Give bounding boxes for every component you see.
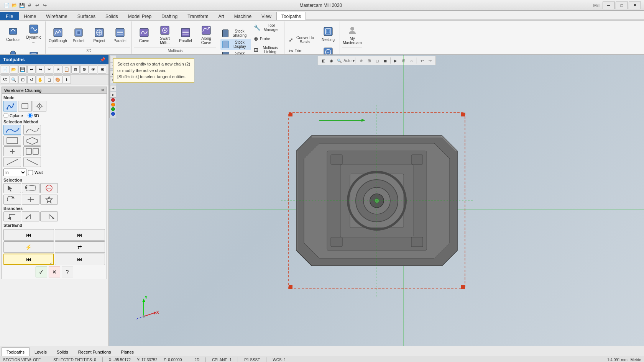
vt-btn-shade[interactable]: ◼ xyxy=(381,57,389,64)
help-button[interactable]: ? xyxy=(62,267,73,277)
sel-poly-button[interactable] xyxy=(23,136,41,146)
tp-undo-button[interactable]: ↩ xyxy=(27,65,36,74)
sel-add-button[interactable] xyxy=(3,146,21,156)
tp-btn-rotate[interactable]: ↺ xyxy=(27,75,36,84)
vt-btn-snap[interactable]: ⊕ xyxy=(357,57,365,64)
tp-open-button[interactable]: 📂 xyxy=(10,65,18,74)
tab-transform[interactable]: Transform xyxy=(182,12,213,20)
tab-modelprep[interactable]: Model Prep xyxy=(123,12,156,20)
stockshading-button[interactable]: Stock Shading xyxy=(220,28,251,39)
wait-label[interactable]: Wait xyxy=(34,170,43,175)
alongcurve-button[interactable]: Along Curve xyxy=(196,23,216,46)
tp-btn-fit[interactable]: ⊡ xyxy=(18,75,27,84)
open-button[interactable]: 📂 xyxy=(11,2,18,9)
parallel-button[interactable]: Parallel xyxy=(110,23,130,46)
new-button[interactable]: 📄 xyxy=(3,2,10,9)
tab-wireframe[interactable]: Wireframe xyxy=(41,12,72,20)
vt-btn-1[interactable]: ◧ xyxy=(319,57,327,64)
tp-save-button[interactable]: 💾 xyxy=(18,65,27,74)
curve-button[interactable]: Curve xyxy=(134,23,154,46)
se-prev-button[interactable]: ⏮ ↙ xyxy=(3,254,54,265)
ok-button[interactable]: ✓ xyxy=(36,267,47,277)
trim-button[interactable]: ✂ Trim xyxy=(287,46,317,56)
parallel2-button[interactable]: Parallel xyxy=(176,23,196,46)
redo-button[interactable]: ↪ xyxy=(41,2,48,9)
wait-checkbox[interactable] xyxy=(28,170,33,175)
minimize-button[interactable]: ─ xyxy=(603,2,615,9)
tp-redo-button[interactable]: ↪ xyxy=(36,65,44,74)
sel-rect-button[interactable] xyxy=(3,136,21,146)
vt-btn-2[interactable]: ◉ xyxy=(327,57,335,64)
btab-toolpaths[interactable]: Toolpaths xyxy=(2,347,30,356)
tp-new-button[interactable]: 📄 xyxy=(1,65,9,74)
tp-delete-button[interactable]: 🗑 xyxy=(71,65,80,74)
sel-split-button[interactable] xyxy=(23,146,41,156)
tab-machine[interactable]: Machine xyxy=(229,12,256,20)
tp-btn-info[interactable]: ℹ xyxy=(62,75,71,84)
tab-solids[interactable]: Solids xyxy=(100,12,123,20)
close-button[interactable]: ✕ xyxy=(629,2,641,9)
se-next-button[interactable]: ⏭ xyxy=(55,254,105,265)
branch-right-button[interactable] xyxy=(40,211,58,221)
3d-radio[interactable]: 3D xyxy=(28,113,39,118)
btab-levels[interactable]: Levels xyxy=(30,347,52,356)
sel-cursor-button[interactable] xyxy=(3,183,21,193)
in-dropdown[interactable]: In Out Both xyxy=(3,169,26,176)
drill-button[interactable]: Drill xyxy=(3,45,23,55)
se-lightning-button[interactable]: ⚡ xyxy=(3,241,54,253)
face-button[interactable]: Face xyxy=(24,45,44,55)
branch-left-button[interactable] xyxy=(22,211,39,221)
rs-btn-5[interactable]: ◀ xyxy=(110,85,116,91)
btab-solids[interactable]: Solids xyxy=(52,347,73,356)
toolpaths-collapse-button[interactable]: ─ xyxy=(95,57,98,62)
undo-button[interactable]: ↩ xyxy=(34,2,41,9)
maximize-button[interactable]: □ xyxy=(616,2,628,9)
viewport[interactable]: ◧ ◉ 🔍 Auto ▾ ⊕ ⊞ ◻ ◼ ▶ ⊞ ⌂ ↩ ↪ Select an… xyxy=(109,55,644,346)
sel-partial-button[interactable] xyxy=(23,125,41,135)
sel-window-button[interactable] xyxy=(22,183,39,193)
tab-art[interactable]: Art xyxy=(213,12,229,20)
vt-btn-undo[interactable]: ↩ xyxy=(418,57,426,64)
print-button[interactable]: 🖨 xyxy=(26,2,33,9)
tab-toolpaths[interactable]: Toolpaths xyxy=(276,12,306,20)
mymastercam-button[interactable]: My Mastercam xyxy=(342,23,362,46)
single-mode-button[interactable] xyxy=(18,101,32,111)
btab-recent[interactable]: Recent Functions xyxy=(73,347,116,356)
multiaxislinking-button[interactable]: ⊞ Multiaxis Linking xyxy=(252,44,283,55)
tp-cut-button[interactable]: ✂ xyxy=(45,65,53,74)
tp-copy-button[interactable]: ⎘ xyxy=(54,65,62,74)
se-first-button[interactable]: ⏮ xyxy=(3,229,54,241)
se-swap-button[interactable]: ⇄ xyxy=(55,241,105,253)
stockdisplay-button[interactable]: Stock Display xyxy=(220,39,251,50)
settings-mode-button[interactable] xyxy=(33,101,46,111)
sel-rotate-button[interactable] xyxy=(3,195,21,205)
se-last-button[interactable]: ⏭ xyxy=(55,229,105,241)
swartmilli-button[interactable]: Swart Milli... xyxy=(155,23,175,46)
sel-chain-button[interactable] xyxy=(3,125,21,135)
branch-back-button[interactable] xyxy=(3,211,21,221)
tp-btn-zoom[interactable]: 🔍 xyxy=(10,75,18,84)
sel-star-button[interactable] xyxy=(40,195,58,205)
sel-cancel-button[interactable] xyxy=(40,183,58,193)
vt-btn-zoom[interactable]: 🔍 xyxy=(335,57,343,64)
dynamic-button[interactable]: Dynamic ... xyxy=(24,22,44,45)
pocket-button[interactable]: Pocket xyxy=(69,23,89,46)
btab-planes[interactable]: Planes xyxy=(116,347,139,356)
vt-btn-redo[interactable]: ↪ xyxy=(426,57,434,64)
chaining-close-button[interactable]: ✕ xyxy=(101,88,104,93)
cplane-radio[interactable]: Cplane xyxy=(3,113,23,118)
contour-button[interactable]: Contour xyxy=(3,22,23,45)
tp-settings-button[interactable]: ⚙ xyxy=(80,65,89,74)
tp-filter-button[interactable]: ⊞ xyxy=(98,65,106,74)
vt-btn-home[interactable]: ⌂ xyxy=(408,57,416,64)
sel-line1-button[interactable] xyxy=(3,157,21,167)
tp-paste-button[interactable]: 📋 xyxy=(62,65,71,74)
tab-view[interactable]: View xyxy=(256,12,276,20)
tp-btn-color[interactable]: 🎨 xyxy=(54,75,62,84)
vt-btn-grid[interactable]: ⊞ xyxy=(365,57,373,64)
cancel-button[interactable]: ✕ xyxy=(49,267,60,277)
tab-file[interactable]: File xyxy=(0,12,19,20)
optirough-button[interactable]: OptiRough xyxy=(48,23,68,46)
save-button[interactable]: 💾 xyxy=(18,2,25,9)
checkholder-button[interactable]: + Check Holder xyxy=(318,45,338,55)
